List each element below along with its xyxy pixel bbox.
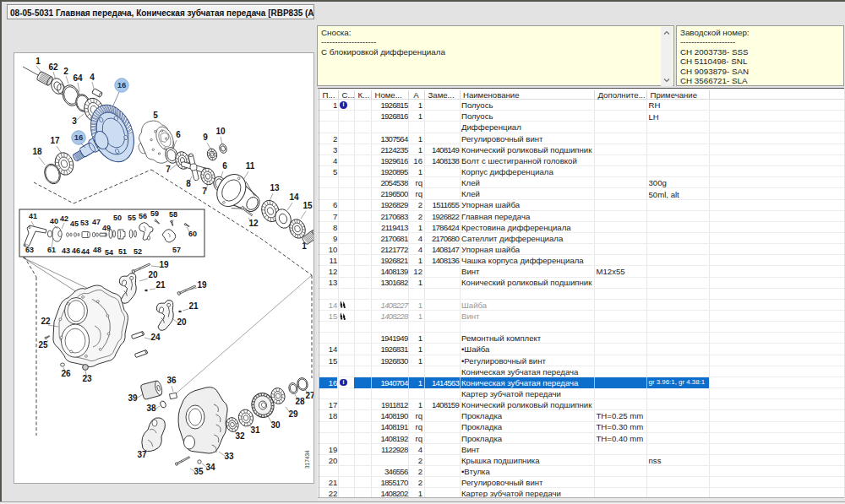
svg-text:39: 39 [128, 393, 138, 403]
svg-text:62: 62 [48, 62, 58, 72]
svg-text:33: 33 [224, 452, 234, 461]
svg-text:5: 5 [153, 111, 158, 120]
svg-text:32: 32 [235, 431, 245, 441]
svg-text:43: 43 [62, 247, 70, 255]
svg-text:17: 17 [50, 136, 60, 145]
svg-text:6: 6 [176, 130, 181, 139]
svg-text:51: 51 [118, 247, 127, 256]
svg-text:59: 59 [150, 209, 159, 218]
svg-text:22: 22 [41, 317, 51, 326]
svg-text:18: 18 [32, 147, 42, 156]
svg-text:54: 54 [105, 248, 113, 257]
svg-text:20: 20 [148, 270, 158, 279]
svg-text:40: 40 [50, 217, 58, 225]
svg-text:31: 31 [250, 425, 260, 435]
svg-text:57: 57 [172, 246, 181, 254]
svg-text:19: 19 [159, 260, 169, 269]
svg-text:52: 52 [134, 247, 142, 256]
svg-text:44: 44 [81, 247, 90, 256]
svg-text:11: 11 [246, 161, 255, 171]
svg-text:29: 29 [288, 409, 298, 419]
svg-text:38: 38 [146, 404, 156, 413]
svg-text:14: 14 [289, 192, 299, 202]
svg-text:3: 3 [72, 117, 77, 126]
svg-text:47: 47 [92, 218, 101, 226]
svg-text:317434: 317434 [304, 450, 310, 469]
svg-text:8: 8 [186, 179, 191, 188]
svg-text:60: 60 [188, 230, 197, 238]
svg-text:36: 36 [166, 376, 177, 385]
svg-text:19: 19 [197, 280, 207, 290]
svg-text:16: 16 [117, 80, 127, 89]
svg-text:34: 34 [205, 463, 215, 472]
svg-text:30: 30 [270, 420, 281, 430]
svg-text:24: 24 [150, 333, 161, 342]
svg-text:21: 21 [188, 301, 199, 311]
svg-text:10: 10 [215, 127, 226, 136]
svg-text:2: 2 [63, 67, 68, 76]
svg-text:12: 12 [248, 219, 259, 228]
svg-text:1: 1 [35, 57, 41, 66]
svg-text:15: 15 [303, 201, 313, 210]
svg-text:35: 35 [194, 467, 204, 476]
svg-text:13: 13 [270, 183, 280, 192]
svg-text:56: 56 [139, 212, 147, 220]
svg-text:6: 6 [222, 161, 227, 171]
svg-text:23: 23 [82, 374, 92, 383]
svg-text:50: 50 [113, 214, 122, 222]
svg-text:26: 26 [61, 369, 71, 378]
svg-text:21: 21 [155, 280, 166, 290]
svg-text:16: 16 [74, 133, 84, 142]
svg-text:41: 41 [29, 212, 37, 220]
svg-text:9: 9 [203, 133, 208, 142]
svg-text:45: 45 [70, 219, 79, 228]
svg-text:7: 7 [202, 187, 207, 196]
svg-text:20: 20 [177, 317, 187, 327]
svg-text:64: 64 [73, 73, 83, 83]
svg-text:42: 42 [60, 214, 68, 223]
svg-text:55: 55 [128, 214, 136, 222]
svg-text:58: 58 [169, 210, 177, 219]
svg-text:53: 53 [80, 219, 89, 227]
svg-text:46: 46 [72, 247, 80, 255]
svg-text:48: 48 [93, 246, 101, 254]
svg-text:4: 4 [90, 73, 95, 82]
svg-text:25: 25 [38, 340, 48, 350]
